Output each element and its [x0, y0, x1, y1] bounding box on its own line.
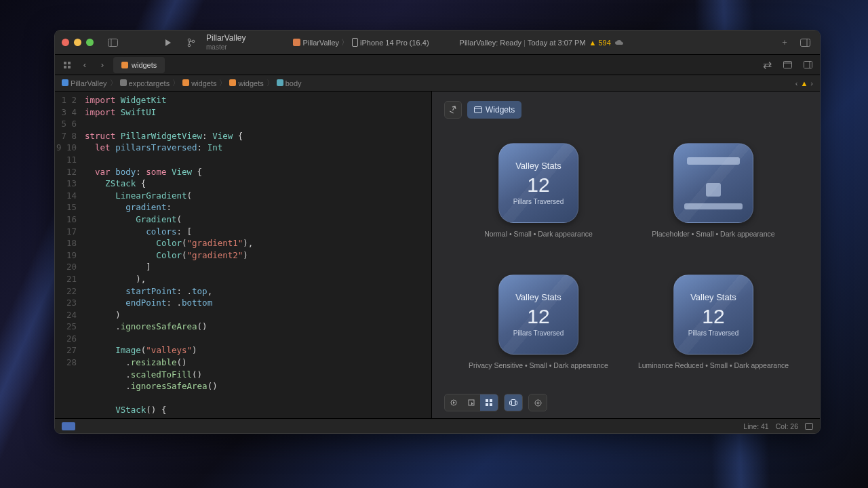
crumb-nav-forward[interactable]: ›	[810, 79, 813, 87]
cursor-line: Line: 41	[743, 422, 768, 430]
svg-rect-8	[64, 62, 66, 64]
crumb-project[interactable]: PillarValley	[62, 79, 107, 87]
warning-icon: ▲	[589, 39, 597, 47]
inspector-toggle-button[interactable]	[797, 36, 813, 49]
widget-preview[interactable]: Valley Stats12Pillars Traversed	[498, 143, 578, 223]
cloud-status-icon[interactable]	[614, 39, 624, 46]
preview-caption: Luminance Reduced • Small • Dark appeara…	[638, 361, 789, 369]
crumb-symbol[interactable]: widgets	[229, 79, 263, 87]
svg-point-27	[535, 400, 541, 406]
cursor-col: Col: 26	[776, 422, 798, 430]
preview-caption: Privacy Sensitive • Small • Dark appeara…	[469, 361, 608, 369]
branch-name: master	[206, 43, 245, 51]
canvas-toolbar	[444, 388, 808, 411]
svg-point-4	[192, 40, 195, 43]
svg-rect-5	[353, 39, 358, 47]
breadcrumb-bar: PillarValley〉 expo:targets〉 widgets〉 wid…	[55, 75, 820, 92]
preview-cell: Valley Stats12Pillars TraversedNormal • …	[484, 143, 593, 238]
minimap-toggle-icon[interactable]	[805, 423, 813, 430]
svg-rect-11	[68, 66, 71, 68]
widget-icon	[474, 106, 482, 113]
swift-file-icon	[121, 62, 128, 68]
preview-canvas: Widgets Valley Stats12Pillars TraversedN…	[431, 92, 820, 418]
scheme-branch-icon[interactable]	[183, 36, 199, 49]
refresh-icon[interactable]: ⇄	[759, 58, 775, 72]
tab-widgets[interactable]: widgets	[113, 57, 165, 73]
run-button[interactable]	[160, 36, 176, 49]
run-destination-chip[interactable]: iPhone 14 Pro (16.4)	[352, 38, 429, 47]
svg-rect-16	[475, 107, 482, 113]
project-name: PillarValley	[206, 34, 245, 43]
crumb-file[interactable]: widgets	[182, 79, 216, 87]
canvas-selectable-button[interactable]	[462, 394, 480, 411]
svg-rect-6	[800, 39, 810, 46]
code-content[interactable]: import WidgetKit import SwiftUI struct P…	[82, 92, 431, 418]
status-bar: Line: 41 Col: 26	[55, 418, 820, 433]
svg-rect-0	[108, 39, 117, 46]
crumb-property[interactable]: body	[277, 79, 302, 87]
svg-rect-12	[783, 62, 791, 68]
canvas-settings-button[interactable]	[529, 394, 547, 411]
code-editor[interactable]: 1 2 3 4 5 6 7 8 9 10 11 12 13 14 15 16 1…	[55, 92, 431, 418]
widget-preview[interactable]: Valley Stats12Pillars Traversed	[498, 274, 578, 354]
warnings-badge[interactable]: ▲ 594	[589, 39, 611, 47]
editor-options-icon[interactable]	[800, 58, 816, 72]
widget-preview[interactable]: Valley Stats12Pillars Traversed	[673, 274, 753, 354]
line-gutter: 1 2 3 4 5 6 7 8 9 10 11 12 13 14 15 16 1…	[55, 92, 82, 418]
preview-cell: Placeholder • Small • Dark appearance	[652, 143, 774, 238]
add-button[interactable]: ＋	[776, 36, 793, 49]
preview-grid: Valley Stats12Pillars TraversedNormal • …	[444, 131, 808, 388]
close-window-button[interactable]	[62, 39, 69, 46]
debug-indicator[interactable]	[62, 422, 75, 430]
widget-preview[interactable]	[673, 143, 753, 223]
crumb-warning-icon[interactable]: ▲	[800, 79, 808, 87]
target-scheme-chip[interactable]: PillarValley 〉	[293, 37, 349, 47]
crumb-folder[interactable]: expo:targets	[120, 79, 170, 87]
preview-cell: Valley Stats12Pillars TraversedPrivacy S…	[469, 274, 608, 369]
nav-back-button[interactable]: ‹	[77, 58, 93, 72]
editor-layout-icon[interactable]	[779, 58, 795, 72]
phone-icon	[352, 38, 358, 47]
svg-rect-26	[515, 401, 517, 405]
xcode-window: PillarValley master PillarValley 〉 iPhon…	[54, 30, 821, 434]
build-status[interactable]: PillarValley: Ready | Today at 3:07 PM	[460, 39, 586, 47]
minimize-window-button[interactable]	[74, 39, 81, 46]
svg-point-28	[537, 402, 539, 404]
main-area: 1 2 3 4 5 6 7 8 9 10 11 12 13 14 15 16 1…	[55, 92, 820, 418]
preview-caption: Placeholder • Small • Dark appearance	[652, 230, 774, 238]
preview-caption: Normal • Small • Dark appearance	[484, 230, 593, 238]
canvas-device-settings-button[interactable]	[505, 394, 522, 411]
sidebar-toggle-button[interactable]	[104, 36, 121, 49]
title-bar: PillarValley master PillarValley 〉 iPhon…	[55, 30, 820, 55]
pin-preview-button[interactable]	[444, 101, 462, 119]
nav-forward-button[interactable]: ›	[94, 58, 111, 72]
crumb-nav-back[interactable]: ‹	[795, 79, 798, 87]
preview-cell: Valley Stats12Pillars TraversedLuminance…	[638, 274, 789, 369]
zoom-window-button[interactable]	[86, 39, 94, 46]
svg-rect-9	[68, 62, 71, 64]
app-icon	[293, 39, 300, 46]
tab-bar: ‹ › widgets ⇄	[55, 55, 820, 75]
svg-rect-22	[486, 403, 488, 406]
svg-rect-29	[806, 423, 813, 429]
svg-point-3	[188, 44, 191, 47]
svg-rect-10	[64, 66, 66, 68]
svg-rect-21	[490, 399, 492, 402]
canvas-variants-button[interactable]	[480, 394, 498, 411]
canvas-live-button[interactable]	[445, 394, 462, 411]
svg-rect-20	[486, 399, 488, 402]
svg-point-2	[188, 39, 191, 41]
canvas-mode-widgets[interactable]: Widgets	[467, 101, 521, 119]
svg-rect-14	[804, 62, 812, 68]
svg-rect-23	[490, 403, 492, 406]
related-items-icon[interactable]	[59, 58, 75, 72]
traffic-lights	[62, 39, 94, 46]
svg-rect-25	[510, 401, 512, 405]
scheme-selector[interactable]: PillarValley master	[206, 34, 245, 50]
